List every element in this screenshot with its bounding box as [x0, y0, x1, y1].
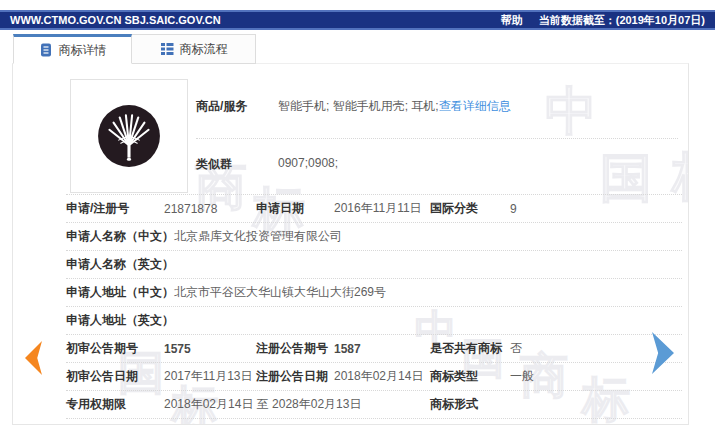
- field-value: 9: [510, 202, 682, 216]
- table-row: 申请人名称（英文）: [66, 251, 682, 279]
- table-row: 初审公告日期 2017年11月13日 注册公告日期 2018年02月14日 商标…: [66, 363, 682, 391]
- field-label: 申请/注册号: [66, 200, 164, 217]
- list-icon: [160, 42, 174, 56]
- field-label: 专用权期限: [66, 396, 164, 413]
- field-label: 国际分类: [430, 200, 510, 217]
- table-row: 申请人名称（中文） 北京鼎库文化投资管理有限公司: [66, 223, 682, 251]
- similar-group-value: 0907;0908;: [278, 156, 338, 173]
- data-current-date: 当前数据截至：(2019年10月07日): [539, 13, 705, 28]
- field-label: 申请日期: [256, 200, 334, 217]
- field-label: 初审公告期号: [66, 340, 164, 357]
- site-urls: WWW.CTMO.GOV.CN SBJ.SAIC.GOV.CN: [10, 14, 221, 26]
- field-label: 初审公告日期: [66, 368, 164, 385]
- document-icon: [39, 43, 53, 57]
- field-label: 是否共有商标: [430, 340, 510, 357]
- field-value: 2018年02月14日 至 2028年02月13日: [164, 396, 430, 413]
- field-value: 2018年02月14日: [334, 368, 430, 385]
- field-value: 北京市平谷区大华山镇大华山大街269号: [174, 284, 682, 301]
- field-label: 申请人名称（中文）: [66, 228, 174, 245]
- field-value: 1575: [164, 342, 256, 356]
- tab-trademark-process[interactable]: 商标流程: [132, 34, 256, 64]
- field-label: 商标类型: [430, 368, 510, 385]
- similar-group-row: 类似群 0907;0908;: [196, 156, 338, 173]
- goods-services-row: 商品/服务 智能手机; 智能手机用壳; 耳机; 查看详细信息: [196, 98, 511, 115]
- trademark-image-frame: [70, 79, 188, 193]
- tab-label: 商标流程: [180, 41, 228, 58]
- detail-table: 申请/注册号 21871878 申请日期 2016年11月11日 国际分类 9 …: [13, 194, 688, 419]
- field-label: 商标形式: [430, 396, 510, 413]
- field-value: 1587: [334, 342, 430, 356]
- field-value: 北京鼎库文化投资管理有限公司: [174, 228, 682, 245]
- field-label: 申请人地址（英文）: [66, 312, 174, 329]
- field-label: 注册公告日期: [256, 368, 334, 385]
- trademark-detail-panel: 商 标 中 国 标 中 国 商 标 国 标: [12, 63, 689, 425]
- top-bar: WWW.CTMO.GOV.CN SBJ.SAIC.GOV.CN 帮助 当前数据截…: [0, 10, 715, 30]
- view-detail-link[interactable]: 查看详细信息: [439, 98, 511, 115]
- tab-bar: 商标详情 商标流程: [13, 34, 256, 64]
- tab-trademark-details[interactable]: 商标详情: [13, 34, 132, 64]
- field-value: 2017年11月13日: [164, 368, 256, 385]
- goods-label: 商品/服务: [196, 98, 278, 115]
- trademark-logo-image: [96, 103, 162, 169]
- table-row: 申请人地址（中文） 北京市平谷区大华山镇大华山大街269号: [66, 279, 682, 307]
- help-link[interactable]: 帮助: [501, 13, 523, 28]
- field-label: 申请人名称（英文）: [66, 256, 174, 273]
- field-label: 注册公告期号: [256, 340, 334, 357]
- field-value: 21871878: [164, 202, 256, 216]
- field-label: 申请人地址（中文）: [66, 284, 174, 301]
- tab-label: 商标详情: [59, 42, 107, 59]
- goods-value: 智能手机; 智能手机用壳; 耳机;: [278, 98, 439, 115]
- watermark-char: 中: [545, 85, 597, 137]
- similar-group-label: 类似群: [196, 156, 278, 173]
- field-value: 一般: [510, 368, 682, 385]
- table-row: 申请/注册号 21871878 申请日期 2016年11月11日 国际分类 9: [66, 194, 682, 223]
- dotted-divider: [196, 138, 678, 139]
- table-row: 申请人地址（英文）: [66, 307, 682, 335]
- table-row: 初审公告期号 1575 注册公告期号 1587 是否共有商标 否: [66, 335, 682, 363]
- table-row: 专用权期限 2018年02月14日 至 2028年02月13日 商标形式: [66, 391, 682, 419]
- field-value: 2016年11月11日: [334, 200, 430, 217]
